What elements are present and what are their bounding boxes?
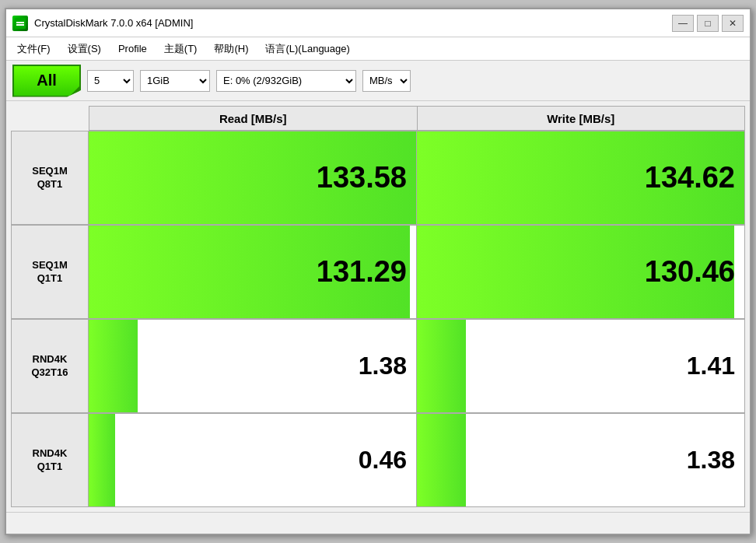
- read-value-0: 133.58: [89, 161, 416, 194]
- menu-item-language[interactable]: 语言(L)(Language): [257, 40, 357, 58]
- write-cell-3: 1.38: [417, 414, 745, 507]
- write-cell-2: 1.41: [417, 320, 745, 413]
- read-cell-2: 1.38: [89, 320, 417, 413]
- row-label-1: SEQ1MQ1T1: [11, 226, 89, 319]
- svg-rect-2: [16, 24, 24, 26]
- window-title: CrystalDiskMark 7.0.0 x64 [ADMIN]: [34, 17, 193, 29]
- menu-item-file[interactable]: 文件(F): [9, 40, 58, 58]
- write-value-2: 1.41: [417, 352, 744, 380]
- read-value-3: 0.46: [89, 446, 416, 475]
- read-value-2: 1.38: [89, 352, 416, 380]
- app-icon: [12, 16, 28, 31]
- write-value-3: 1.38: [417, 446, 744, 475]
- toolbar: All 5 1 3 9 1GiB 512MiB 4GiB E: 0% (2/93…: [6, 61, 750, 101]
- menu-item-help[interactable]: 帮助(H): [206, 40, 256, 58]
- read-value-1: 131.29: [89, 255, 416, 289]
- read-cell-0: 133.58: [89, 131, 417, 225]
- main-content: Read [MB/s] Write [MB/s] SEQ1MQ8T1133.58…: [6, 101, 750, 512]
- titlebar-left: CrystalDiskMark 7.0.0 x64 [ADMIN]: [12, 16, 193, 31]
- minimize-button[interactable]: —: [672, 15, 694, 32]
- menu-item-settings[interactable]: 设置(S): [60, 40, 109, 58]
- table-row: SEQ1MQ8T1133.58134.62: [11, 131, 745, 225]
- size-select[interactable]: 1GiB 512MiB 4GiB: [140, 70, 210, 92]
- table-header: Read [MB/s] Write [MB/s]: [89, 106, 745, 131]
- titlebar: CrystalDiskMark 7.0.0 x64 [ADMIN] — □ ✕: [6, 9, 750, 37]
- write-value-0: 134.62: [417, 161, 744, 194]
- write-cell-1: 130.46: [417, 226, 745, 319]
- read-header: Read [MB/s]: [89, 106, 418, 131]
- table-row: RND4KQ1T10.461.38: [11, 413, 745, 507]
- write-header: Write [MB/s]: [418, 106, 746, 131]
- drive-select[interactable]: E: 0% (2/932GiB): [216, 70, 356, 92]
- write-value-1: 130.46: [417, 255, 744, 289]
- close-button[interactable]: ✕: [722, 15, 744, 32]
- menubar: 文件(F)设置(S)Profile主题(T)帮助(H)语言(L)(Languag…: [6, 37, 750, 61]
- count-select[interactable]: 5 1 3 9: [87, 70, 134, 92]
- titlebar-controls: — □ ✕: [672, 15, 744, 32]
- all-button[interactable]: All: [12, 65, 81, 97]
- statusbar: [6, 512, 750, 534]
- maximize-button[interactable]: □: [697, 15, 719, 32]
- svg-rect-1: [16, 22, 24, 23]
- row-label-2: RND4KQ32T16: [11, 320, 89, 413]
- table-body: SEQ1MQ8T1133.58134.62SEQ1MQ1T1131.29130.…: [11, 131, 745, 507]
- table-row: RND4KQ32T161.381.41: [11, 319, 745, 413]
- menu-item-theme[interactable]: 主题(T): [156, 40, 205, 58]
- read-cell-1: 131.29: [89, 226, 417, 319]
- row-label-0: SEQ1MQ8T1: [11, 131, 89, 225]
- read-cell-3: 0.46: [89, 414, 417, 507]
- main-window: CrystalDiskMark 7.0.0 x64 [ADMIN] — □ ✕ …: [5, 8, 751, 535]
- menu-item-profile[interactable]: Profile: [110, 40, 155, 57]
- table-row: SEQ1MQ1T1131.29130.46: [11, 225, 745, 319]
- write-cell-0: 134.62: [417, 131, 745, 225]
- row-label-3: RND4KQ1T1: [11, 414, 89, 507]
- unit-select[interactable]: MB/s GB/s IOPS: [362, 70, 411, 92]
